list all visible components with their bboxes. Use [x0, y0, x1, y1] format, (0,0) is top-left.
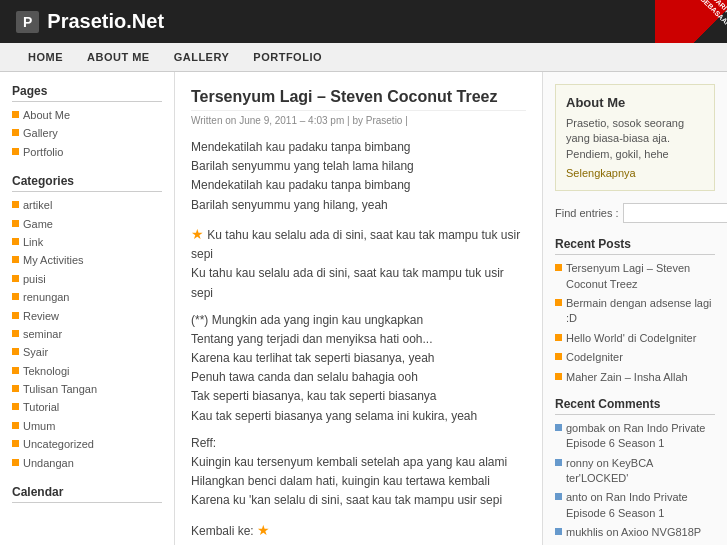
comment-link[interactable]: ronny on KeyBCA ter'LOCKED' — [566, 456, 715, 487]
post-line: (**) Mungkin ada yang ingin kau ungkapka… — [191, 311, 526, 426]
bullet-icon — [12, 440, 19, 447]
bullet-icon — [12, 459, 19, 466]
logo-box: P — [16, 11, 39, 33]
post-meta: Written on June 9, 2011 – 4:03 pm | by P… — [191, 115, 526, 126]
list-item: Umum — [12, 419, 162, 434]
bullet-icon — [12, 330, 19, 337]
bullet-icon — [12, 256, 19, 263]
recent-comments-title: Recent Comments — [555, 397, 715, 415]
bullet-icon — [555, 373, 562, 380]
center-content: Tersenyum Lagi – Steven Coconut Treez Wr… — [175, 72, 542, 545]
bullet-icon — [555, 334, 562, 341]
list-item: Teknologi — [12, 364, 162, 379]
category-link[interactable]: Undangan — [23, 456, 74, 471]
solidarity-badge: SOLIDARITAS KEBEBASAAN — [655, 0, 727, 43]
recent-posts-list: Tersenyum Lagi – Steven Coconut Treez Be… — [555, 261, 715, 385]
post-line: Kembali ke: ★ — [191, 519, 526, 541]
solidarity-text: SOLIDARITAS KEBEBASAAN — [690, 0, 727, 31]
list-item: renungan — [12, 290, 162, 305]
category-link[interactable]: Game — [23, 217, 53, 232]
category-link[interactable]: Umum — [23, 419, 55, 434]
left-sidebar: Pages About Me Gallery Portfolio Categor… — [0, 72, 175, 545]
recent-comments-list: gombak on Ran Indo Private Episode 6 Sea… — [555, 421, 715, 545]
list-item: Portfolio — [12, 145, 162, 160]
recent-post-link[interactable]: Maher Zain – Insha Allah — [566, 370, 688, 385]
search-label: Find entries : — [555, 207, 619, 219]
bullet-icon — [12, 111, 19, 118]
category-link[interactable]: Teknologi — [23, 364, 69, 379]
nav-gallery[interactable]: GALLERY — [162, 43, 242, 71]
category-link[interactable]: artikel — [23, 198, 52, 213]
comment-link[interactable]: anto on Ran Indo Private Episode 6 Seaso… — [566, 490, 715, 521]
star-icon: ★ — [257, 522, 270, 538]
list-item: Tulisan Tangan — [12, 382, 162, 397]
list-item: Bermain dengan adsense lagi :D — [555, 296, 715, 327]
nav-home[interactable]: HOME — [16, 43, 75, 71]
recent-post-link[interactable]: CodeIgniter — [566, 350, 623, 365]
recent-post-link[interactable]: Hello World' di CodeIgniter — [566, 331, 696, 346]
right-sidebar: About Me Prasetio, sosok seorang yang bi… — [542, 72, 727, 545]
bullet-icon — [12, 293, 19, 300]
list-item: Uncategorized — [12, 437, 162, 452]
list-item: seminar — [12, 327, 162, 342]
recent-comments-section: Recent Comments gombak on Ran Indo Priva… — [555, 397, 715, 545]
category-link[interactable]: Tulisan Tangan — [23, 382, 97, 397]
post-body: Mendekatilah kau padaku tanpa bimbang Ba… — [191, 138, 526, 545]
bullet-icon — [12, 367, 19, 374]
category-link[interactable]: seminar — [23, 327, 62, 342]
pages-link[interactable]: Gallery — [23, 126, 58, 141]
list-item: Tutorial — [12, 400, 162, 415]
recent-post-link[interactable]: Bermain dengan adsense lagi :D — [566, 296, 715, 327]
nav-about[interactable]: ABOUT ME — [75, 43, 162, 71]
search-input[interactable] — [623, 203, 727, 223]
comment-link[interactable]: mukhlis on Axioo NVG818P — [566, 525, 701, 540]
list-item: Undangan — [12, 456, 162, 471]
post-line: Reff: Kuingin kau tersenyum kembali sete… — [191, 434, 526, 511]
list-item: Review — [12, 309, 162, 324]
bullet-icon — [12, 348, 19, 355]
list-item: My Activities — [12, 253, 162, 268]
pages-link[interactable]: Portfolio — [23, 145, 63, 160]
list-item: anto on Ran Indo Private Episode 6 Seaso… — [555, 490, 715, 521]
bullet-icon — [12, 385, 19, 392]
bullet-icon — [555, 424, 562, 431]
bullet-icon — [555, 264, 562, 271]
category-link[interactable]: My Activities — [23, 253, 84, 268]
bullet-icon — [12, 238, 19, 245]
category-link[interactable]: Syair — [23, 345, 48, 360]
bullet-icon — [555, 353, 562, 360]
category-link[interactable]: Link — [23, 235, 43, 250]
category-link[interactable]: Review — [23, 309, 59, 324]
bullet-icon — [12, 148, 19, 155]
comment-link[interactable]: gombak on Ran Indo Private Episode 6 Sea… — [566, 421, 715, 452]
post-line: ★ Ku tahu kau selalu ada di sini, saat k… — [191, 223, 526, 303]
category-link[interactable]: puisi — [23, 272, 46, 287]
list-item: mukhlis on Axioo NVG818P — [555, 525, 715, 540]
list-item: Gallery — [12, 126, 162, 141]
recent-posts-title: Recent Posts — [555, 237, 715, 255]
list-item: Maher Zain – Insha Allah — [555, 370, 715, 385]
site-title: Prasetio.Net — [47, 10, 164, 33]
bullet-icon — [12, 275, 19, 282]
recent-post-link[interactable]: Tersenyum Lagi – Steven Coconut Treez — [566, 261, 715, 292]
category-link[interactable]: Uncategorized — [23, 437, 94, 452]
pages-link[interactable]: About Me — [23, 108, 70, 123]
bullet-icon — [555, 299, 562, 306]
category-link[interactable]: renungan — [23, 290, 70, 305]
search-widget: Find entries : Search — [555, 203, 715, 223]
about-me-description: Prasetio, sosok seorang yang biasa-biasa… — [566, 116, 704, 162]
nav-portfolio[interactable]: PORTFOLIO — [241, 43, 334, 71]
category-link[interactable]: Tutorial — [23, 400, 59, 415]
bullet-icon — [12, 129, 19, 136]
about-me-more-link[interactable]: Selengkapnya — [566, 167, 636, 179]
bullet-icon — [12, 201, 19, 208]
about-me-title: About Me — [566, 95, 704, 110]
bullet-icon — [555, 493, 562, 500]
bullet-icon — [12, 312, 19, 319]
list-item: Link — [12, 235, 162, 250]
post-title: Tersenyum Lagi – Steven Coconut Treez — [191, 88, 526, 111]
post-line: Mendekatilah kau padaku tanpa bimbang Ba… — [191, 138, 526, 215]
list-item: CodeIgniter — [555, 350, 715, 365]
list-item: puisi — [12, 272, 162, 287]
star-icon: ★ — [191, 226, 204, 242]
